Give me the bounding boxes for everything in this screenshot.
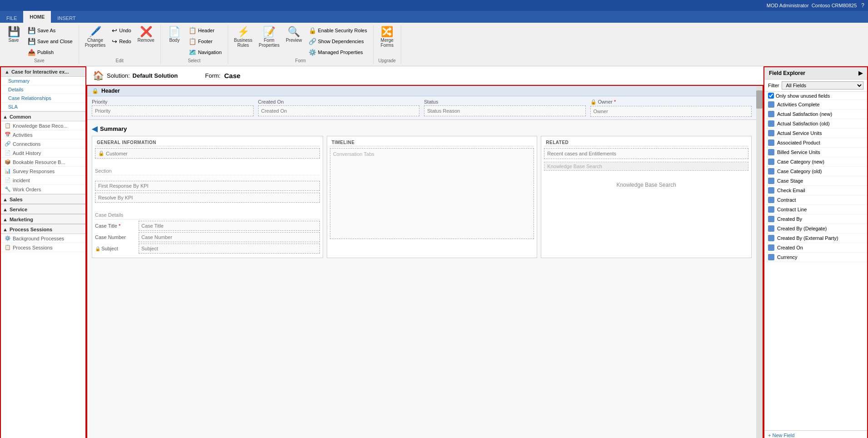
change-properties-button[interactable]: 🖊️ ChangeProperties — [83, 25, 108, 49]
form-canvas: 🔒 Header Priority Created On Status — [86, 85, 763, 438]
tab-home[interactable]: HOME — [23, 11, 51, 23]
explorer-item-associated-product[interactable]: Associated Product — [764, 138, 867, 148]
nav-item-audit-history[interactable]: 📄Audit History — [1, 149, 85, 158]
new-field-footer[interactable]: + New Field — [764, 430, 867, 438]
explorer-filter-row: Filter All Fields Used Fields Unused Fie… — [764, 80, 867, 92]
scrollbar[interactable] — [756, 86, 763, 438]
sales-collapse-icon: ▲ — [3, 197, 8, 202]
show-unused-checkbox[interactable] — [768, 93, 774, 99]
customer-field-wrapper: 🔒 — [95, 148, 320, 159]
solution-info: 🏠 Solution: Default Solution — [93, 70, 178, 81]
nav-item-knowledge-base[interactable]: 📋Knowledge Base Reco... — [1, 121, 85, 130]
priority-input[interactable] — [92, 105, 254, 116]
resolve-kpi-input[interactable] — [98, 195, 317, 200]
explorer-item-created-by--external-party-[interactable]: Created By (External Party) — [764, 234, 867, 243]
nav-group-sales: ▲ Sales — [1, 194, 85, 204]
kb-search-header-wrapper: Knowledge Base Search — [544, 162, 748, 171]
recent-cases-input[interactable] — [547, 151, 745, 156]
explorer-item-actual-satisfaction--old-[interactable]: Actual Satisfaction (old) — [764, 119, 867, 129]
help-icon[interactable]: ? — [861, 2, 864, 9]
explorer-item-contract-line[interactable]: Contract Line — [764, 205, 867, 214]
explorer-expand-icon[interactable]: ▶ — [858, 70, 863, 76]
publish-button[interactable]: 📤 Publish — [25, 47, 75, 57]
remove-button[interactable]: ❌ Remove — [135, 25, 157, 44]
save-as-button[interactable]: 💾 Save As — [25, 25, 75, 35]
preview-button[interactable]: 🔍 Preview — [284, 25, 304, 44]
explorer-item-actual-satisfaction--new-[interactable]: Actual Satisfaction (new) — [764, 110, 867, 119]
save-button[interactable]: 💾 Save — [4, 25, 24, 44]
explorer-item-case-category--old-[interactable]: Case Category (old) — [764, 167, 867, 176]
tab-insert[interactable]: INSERT — [51, 14, 82, 23]
form-sub-buttons: 🔒 Enable Security Roles 🔗 Show Dependenc… — [306, 25, 369, 57]
nav-item-connections[interactable]: 🔗Connections — [1, 139, 85, 149]
undo-button[interactable]: ↩ Undo — [110, 25, 133, 35]
related-header: RELATED — [544, 139, 748, 146]
section-sublabel: Section — [95, 167, 320, 175]
explorer-item-icon — [768, 178, 774, 184]
upgrade-group-label: Upgrade — [379, 57, 396, 63]
managed-properties-button[interactable]: ⚙️ Managed Properties — [306, 47, 369, 57]
merge-forms-button[interactable]: 🔀 MergeForms — [377, 25, 397, 49]
subject-label: 🔒 Subject — [95, 246, 136, 251]
ribbon: 💾 Save 💾 Save As 💾 Save and Close 📤 Publ… — [0, 23, 868, 66]
form-properties-button[interactable]: 📝 FormProperties — [256, 25, 282, 49]
case-number-input[interactable] — [139, 232, 320, 242]
merge-icon: 🔀 — [381, 27, 393, 37]
change-props-icon: 🖊️ — [89, 27, 101, 37]
show-dependencies-button[interactable]: 🔗 Show Dependencies — [306, 36, 369, 46]
nav-item-details[interactable]: Details — [1, 85, 85, 94]
nav-group-service: ▲ Service — [1, 204, 85, 214]
explorer-item-icon — [768, 187, 774, 194]
scroll-thumb[interactable] — [756, 90, 763, 109]
explorer-item-check-email[interactable]: Check Email — [764, 186, 867, 195]
ribbon-group-upgrade: 🔀 MergeForms Upgrade — [374, 25, 401, 64]
header-icon: 📋 — [189, 27, 196, 34]
case-title-input[interactable] — [139, 221, 320, 231]
customer-input[interactable] — [106, 151, 317, 156]
enable-security-roles-button[interactable]: 🔒 Enable Security Roles — [306, 25, 369, 35]
nav-item-sla[interactable]: SLA — [1, 103, 85, 111]
field-created-on: Created On — [258, 99, 420, 117]
explorer-item-case-stage[interactable]: Case Stage — [764, 176, 867, 186]
explorer-item-billed-service-units[interactable]: Billed Service Units — [764, 148, 867, 157]
first-response-kpi-input[interactable] — [98, 183, 317, 189]
explorer-item-created-by[interactable]: Created By — [764, 214, 867, 224]
nav-item-survey-responses[interactable]: 📊Survey Responses — [1, 167, 85, 176]
kb-search-label: Knowledge Base Search — [616, 182, 676, 188]
created-on-input[interactable] — [258, 105, 420, 116]
footer-button[interactable]: 📋 Footer — [186, 36, 224, 46]
body-button[interactable]: 📄 Body — [165, 25, 185, 44]
redo-button[interactable]: ↪ Redo — [110, 36, 133, 46]
owner-input[interactable] — [590, 106, 752, 117]
filter-select[interactable]: All Fields Used Fields Unused Fields — [782, 81, 863, 90]
form-props-icon: 📝 — [263, 27, 275, 37]
tab-file[interactable]: FILE — [0, 14, 23, 23]
marketing-collapse-icon: ▲ — [3, 217, 8, 222]
explorer-item-case-category--new-[interactable]: Case Category (new) — [764, 157, 867, 167]
nav-item-summary[interactable]: Summary — [1, 77, 85, 85]
nav-item-work-orders[interactable]: 🔧Work Orders — [1, 185, 85, 194]
explorer-item-currency[interactable]: Currency — [764, 253, 867, 262]
explorer-item-created-on[interactable]: Created On — [764, 243, 867, 253]
navigation-button[interactable]: 🗺️ Navigation — [186, 47, 224, 57]
form-group-content: ⚡ BusinessRules 📝 FormProperties 🔍 Previ… — [232, 25, 369, 57]
business-rules-button[interactable]: ⚡ BusinessRules — [232, 25, 255, 49]
subject-input[interactable] — [139, 244, 320, 254]
nav-item-process-sessions[interactable]: 📋Process Sessions — [1, 243, 85, 252]
explorer-item-created-by--delegate-[interactable]: Created By (Delegate) — [764, 224, 867, 234]
nav-item-background-processes[interactable]: ⚙️Background Processes — [1, 234, 85, 243]
explorer-item-activities-complete[interactable]: Activities Complete — [764, 100, 867, 110]
explorer-item-actual-service-units[interactable]: Actual Service Units — [764, 129, 867, 138]
nav-item-activities[interactable]: 📅Activities — [1, 130, 85, 139]
nav-item-incident[interactable]: 📄incident — [1, 176, 85, 185]
nav-main-header: ▲ Case for Interactive ex... — [1, 67, 85, 77]
header-button[interactable]: 📋 Header — [186, 25, 224, 35]
status-input[interactable] — [424, 105, 586, 116]
nav-item-bookable-resource[interactable]: 📦Bookable Resource B... — [1, 158, 85, 167]
spacer2 — [95, 176, 320, 181]
save-and-close-button[interactable]: 💾 Save and Close — [25, 36, 75, 46]
redo-icon: ↪ — [112, 38, 117, 45]
explorer-item-contract[interactable]: Contract — [764, 195, 867, 205]
explorer-item-icon — [768, 168, 774, 174]
nav-item-case-relationships[interactable]: Case Relationships — [1, 94, 85, 103]
